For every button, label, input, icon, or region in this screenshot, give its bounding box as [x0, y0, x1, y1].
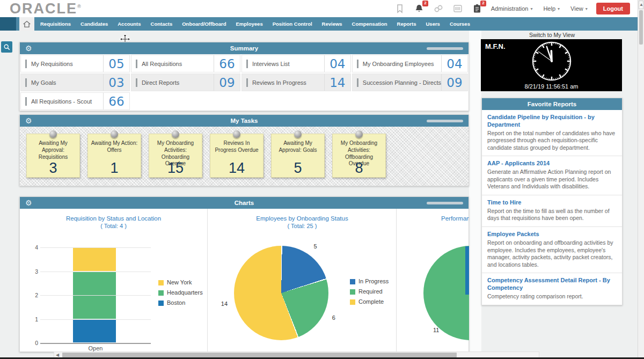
clock-tick	[567, 68, 568, 69]
clock-tick	[568, 67, 569, 67]
report-title-link[interactable]: Competency Assessment Detail Report - By…	[487, 277, 617, 292]
bar-segment-boston[interactable]	[73, 319, 116, 343]
pie-chart[interactable]	[423, 246, 469, 340]
clock-tick	[537, 50, 538, 51]
tile-label: My Requisitions	[31, 61, 103, 67]
report-title-link[interactable]: AAP - Applicants 2014	[487, 160, 617, 167]
barcode-icon[interactable]	[452, 3, 463, 14]
logout-button[interactable]: Logout	[596, 3, 630, 14]
pin-icon	[294, 130, 302, 138]
summary-tile[interactable]: All Requisitions - Scout 66	[20, 92, 130, 110]
legend-label: Required	[358, 287, 383, 297]
favorite-report-item[interactable]: Competency Assessment Detail Report - By…	[482, 273, 622, 304]
nav-tab-compensation[interactable]: Compensation	[347, 21, 392, 27]
task-note[interactable]: Reviews In Progress Overdue 14	[210, 134, 264, 178]
summary-tile[interactable]: Reviews In Progress 14	[241, 74, 351, 91]
clock-tick	[563, 74, 564, 75]
notifications-badge: 2	[422, 1, 428, 6]
tile-value: 66	[214, 55, 240, 72]
task-note-count: 3	[27, 160, 79, 177]
report-title-link[interactable]: Time to Hire	[487, 199, 617, 207]
minimize-handle[interactable]	[427, 120, 463, 122]
report-title-link[interactable]: Employee Packets	[487, 231, 617, 238]
notifications-icon[interactable]: 2	[414, 3, 425, 14]
clock-tick	[534, 67, 535, 67]
nav-tab-position-control[interactable]: Position Control	[268, 21, 317, 27]
top-right-toolbar: 2 2 Administration ▾ Help ▾ View ▾ Logou…	[394, 0, 630, 17]
clock-tick	[567, 54, 568, 54]
tile-label: My Onboarding Employees	[363, 61, 441, 67]
charts-body: Requisition by Status and Location ( Tot…	[20, 209, 469, 351]
nav-tab-courses[interactable]: Courses	[445, 21, 475, 27]
summary-tile[interactable]: All Requisitions 66	[131, 55, 240, 72]
pin-icon	[172, 130, 179, 138]
nav-tab-onboard-offboard[interactable]: Onboard/Offboard	[177, 21, 231, 27]
menu-help[interactable]: Help ▾	[543, 5, 560, 12]
task-note[interactable]: My Onboarding Activities: Onboarding Ove…	[149, 134, 202, 178]
home-button[interactable]	[19, 17, 34, 31]
search-button[interactable]	[1, 41, 12, 53]
summary-tile[interactable]: Interviews List 04	[241, 55, 351, 72]
summary-tile[interactable]: My Onboarding Employees 04	[352, 55, 468, 72]
minimize-handle[interactable]	[427, 47, 463, 50]
pie-chart[interactable]	[234, 246, 328, 340]
nav-tab-accounts[interactable]: Accounts	[113, 21, 145, 27]
minimize-handle[interactable]	[427, 202, 463, 204]
tasks-clipboard-icon[interactable]: 2	[472, 3, 482, 14]
vertical-scrollbar[interactable]: ▲	[638, 0, 644, 359]
favorite-report-item[interactable]: Candidate Pipeline by Requisition - by D…	[482, 110, 622, 156]
switch-to-my-view-link[interactable]: Switch to My View	[481, 32, 623, 38]
clock-tick	[535, 54, 536, 54]
bookmark-icon[interactable]	[394, 3, 405, 14]
nav-tab-employees[interactable]: Employees	[231, 21, 268, 27]
favorite-report-item[interactable]: AAP - Applicants 2014 Generate an Affirm…	[482, 156, 622, 195]
horizontal-scrollbar-thumb[interactable]	[62, 353, 457, 357]
nav-tab-reviews[interactable]: Reviews	[317, 21, 347, 27]
nav-tab-contacts[interactable]: Contacts	[146, 21, 178, 27]
tile-value: 04	[324, 55, 350, 72]
clock-tick	[565, 69, 567, 70]
summary-panel-header[interactable]: ⚙ Summary	[20, 42, 469, 54]
task-note[interactable]: Awaiting My Approval: Requisitions 3	[26, 134, 80, 178]
favorite-report-item[interactable]: Time to Hire Report on the time to fill …	[482, 195, 622, 226]
nav-tab-requisitions[interactable]: Requisitions	[35, 21, 76, 27]
vertical-scrollbar-thumb[interactable]	[639, 10, 643, 45]
gear-icon[interactable]: ⚙	[25, 199, 32, 207]
pie-slice-partial	[465, 246, 469, 295]
legend-label: Headquarters	[167, 288, 203, 298]
my-tasks-panel-header[interactable]: ⚙ My Tasks	[20, 115, 469, 127]
nav-tab-users[interactable]: Users	[421, 21, 445, 27]
menu-administration[interactable]: Administration ▾	[491, 5, 533, 12]
clock-tick	[561, 46, 562, 47]
menu-view[interactable]: View ▾	[570, 5, 588, 12]
summary-tile[interactable]: My Requisitions 05	[20, 55, 130, 72]
task-note[interactable]: Awaiting My Action: Offers 1	[87, 134, 141, 178]
task-note-count: 5	[272, 160, 324, 177]
summary-tile[interactable]: Succession Planning - Directs 09	[352, 74, 468, 91]
favorite-report-item[interactable]: Employee Packets Report on onboarding an…	[482, 226, 622, 273]
clock-tick	[563, 47, 564, 48]
pin-icon	[49, 130, 57, 138]
nav-tab-candidates[interactable]: Candidates	[76, 21, 113, 27]
clock-tick	[546, 77, 546, 78]
summary-panel: ⚙ Summary My Requisitions 05 All Requisi…	[19, 42, 469, 111]
gear-icon[interactable]: ⚙	[25, 45, 32, 52]
link-icon[interactable]	[433, 3, 444, 14]
task-note[interactable]: My Onboarding Activities: Offboarding Ov…	[332, 134, 386, 178]
clock-tick	[540, 46, 541, 47]
charts-panel-header[interactable]: ⚙ Charts	[20, 197, 469, 209]
tile-value: 09	[214, 74, 240, 91]
pie-slice-label: 14	[221, 301, 228, 307]
gear-icon[interactable]: ⚙	[25, 117, 32, 124]
bar-segment-new-york[interactable]	[73, 247, 116, 272]
summary-tile[interactable]: My Goals 03	[20, 74, 130, 91]
tile-accent-bar	[136, 78, 137, 87]
tile-accent-bar	[136, 60, 137, 68]
tasks-badge: 2	[480, 1, 486, 6]
summary-tile[interactable]: Direct Reports 09	[131, 74, 240, 91]
tile-label: Reviews In Progress	[252, 79, 324, 86]
task-note[interactable]: Awaiting My Approval: Goals 5	[271, 134, 325, 178]
scroll-up-arrow[interactable]: ▲	[639, 1, 643, 9]
report-title-link[interactable]: Candidate Pipeline by Requisition - by D…	[487, 114, 617, 129]
nav-tab-reports[interactable]: Reports	[392, 21, 421, 27]
